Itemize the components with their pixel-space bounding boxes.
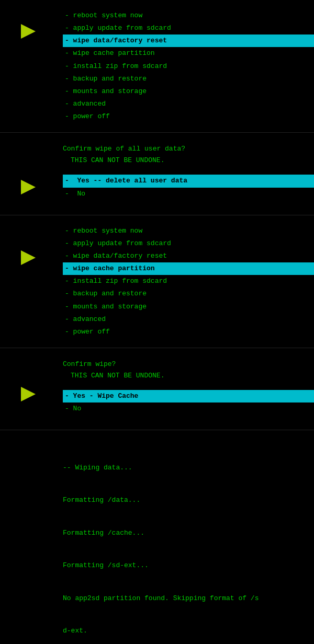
menu-item-power-off-3[interactable]: - power off [63,326,314,338]
menu-item-backup[interactable]: - backup and restore [63,73,314,85]
selection-arrow-3 [21,250,36,265]
recovery-menu-section-1: - reboot system now - apply update from … [0,0,314,133]
terminal-line-1: -- Wiping data... [63,463,314,474]
confirm-cache-options: - Yes - Wipe Cache - No [0,386,314,419]
menu-item-install-zip-3[interactable]: - install zip from sdcard [63,275,314,288]
confirm-wipe-cache-section: Confirm wipe? THIS CAN NOT BE UNDONE. - … [0,348,314,430]
terminal-line-2: Formatting /data... [63,495,314,506]
menu-item-reboot[interactable]: - reboot system now [63,9,314,22]
terminal-line-6: d-ext. [63,626,314,637]
menu-item-wipe-data[interactable]: - wipe data/factory reset [63,34,314,47]
confirm-cache-text-block: Confirm wipe? THIS CAN NOT BE UNDONE. [0,359,314,382]
confirm-question: Confirm wipe of all user data? [63,143,314,155]
selection-arrow-2 [21,180,36,194]
menu-item-apply-update[interactable]: - apply update from sdcard [63,22,314,34]
arrow-icon [21,24,36,39]
confirm-cache-no[interactable]: - No [63,402,314,415]
menu-item-advanced[interactable]: - advanced [63,98,314,110]
confirm-cache-question: Confirm wipe? [63,359,314,370]
terminal-line-3: Formatting /cache... [63,528,314,539]
terminal-line-4: Formatting /sd-ext... [63,560,314,571]
menu-item-mounts-3[interactable]: - mounts and storage [63,301,314,313]
menu-item-power-off[interactable]: - power off [63,110,314,123]
menu-item-backup-3[interactable]: - backup and restore [63,288,314,300]
confirm-warning: THIS CAN NOT BE UNDONE. [63,155,314,166]
menu-item-apply-update-3[interactable]: - apply update from sdcard [63,237,314,250]
confirm-options: - Yes -- delete all user data - No [0,170,314,204]
arrow-icon [21,250,36,265]
confirm-no[interactable]: - No [63,188,314,200]
selection-arrow-4 [21,387,36,401]
terminal-output-section: -- Wiping data... Formatting /data... Fo… [0,430,314,644]
selection-arrow-1 [21,24,36,39]
confirm-cache-yes[interactable]: - Yes - Wipe Cache [63,390,314,402]
menu-item-install-zip[interactable]: - install zip from sdcard [63,60,314,73]
confirm-cache-warning: THIS CAN NOT BE UNDONE. [63,370,314,382]
menu-item-advanced-3[interactable]: - advanced [63,313,314,326]
confirm-text-block: Confirm wipe of all user data? THIS CAN … [0,143,314,166]
menu-item-wipe-cache-3[interactable]: - wipe cache partition [63,262,314,275]
terminal-line-5: No app2sd partition found. Skipping form… [63,593,314,604]
menu-list-3: - reboot system now - apply update from … [0,221,314,342]
confirm-wipe-section: Confirm wipe of all user data? THIS CAN … [0,133,314,215]
arrow-icon [21,180,36,194]
menu-item-wipe-data-3[interactable]: - wipe data/factory reset [63,250,314,262]
menu-item-mounts[interactable]: - mounts and storage [63,85,314,98]
menu-item-reboot-3[interactable]: - reboot system now [63,225,314,237]
terminal-output: -- Wiping data... Formatting /data... Fo… [0,441,314,644]
confirm-yes[interactable]: - Yes -- delete all user data [63,175,314,187]
recovery-menu-section-3: - reboot system now - apply update from … [0,215,314,348]
menu-item-wipe-cache[interactable]: - wipe cache partition [63,47,314,60]
arrow-icon [21,387,36,401]
menu-list-1: - reboot system now - apply update from … [0,5,314,127]
